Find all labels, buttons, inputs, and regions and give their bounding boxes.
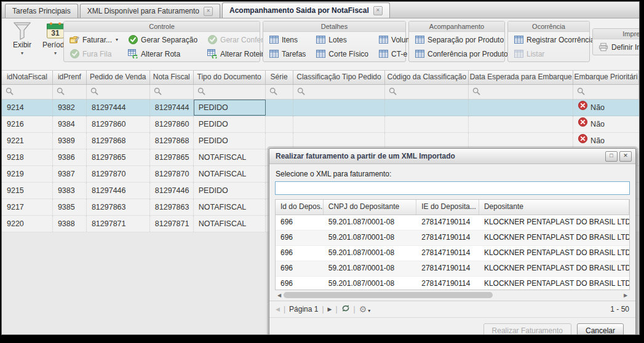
grid-cell[interactable]	[266, 133, 293, 149]
tab-tarefas-principais[interactable]: Tarefas Principais	[5, 4, 78, 18]
grid-cell[interactable]: NOTAFISCAL	[194, 149, 266, 165]
exibir-button[interactable]: Exibir▾	[7, 22, 38, 56]
grid-cell[interactable]: 9214	[2, 100, 53, 116]
grid-cell[interactable]: 9387	[53, 166, 87, 182]
grid-cell[interactable]: 81297444	[87, 100, 150, 116]
xml-grid-cell[interactable]: 278147190114	[416, 215, 479, 230]
xml-grid-cell[interactable]: 696	[276, 231, 324, 245]
tab-close-icon[interactable]: ✕	[373, 6, 383, 15]
grid-cell[interactable]	[293, 133, 386, 149]
grid-cell[interactable]	[266, 100, 293, 116]
xml-grid-cell[interactable]: 59.201.087/0001-08	[324, 261, 416, 276]
column-header-9[interactable]: Embarque Prioritári	[573, 71, 639, 84]
grid-cell[interactable]: 81297868	[87, 133, 150, 149]
grid-cell[interactable]: 9386	[53, 149, 87, 165]
filter-input-2[interactable]	[87, 85, 150, 99]
grid-cell[interactable]: 81297871	[87, 216, 150, 232]
grid-cell[interactable]: PEDIDO	[194, 116, 266, 132]
horizontal-scrollbar[interactable]: ◀ ▶	[275, 291, 630, 299]
scrollbar-thumb[interactable]	[284, 292, 493, 298]
table-row[interactable]: 922193898129786881297868PEDIDONão	[2, 133, 639, 149]
filter-input-9[interactable]	[573, 85, 639, 99]
xml-grid-cell[interactable]: 696	[276, 277, 324, 290]
itens-button[interactable]: Itens	[269, 35, 306, 44]
xml-grid-cell[interactable]: KLOCKNER PENTAPLAST DO BRASIL LTDA	[479, 246, 629, 261]
grid-cell[interactable]: 81297863	[150, 199, 194, 215]
column-header-1[interactable]: idPrenf	[53, 71, 87, 84]
grid-cell[interactable]: NOTAFISCAL	[194, 216, 266, 232]
grid-cell[interactable]: 81297871	[150, 216, 194, 232]
scrollbar-track[interactable]	[284, 292, 621, 298]
list-item[interactable]: 69659.201.087/0001-08278147190114KLOCKNE…	[276, 231, 629, 246]
list-item[interactable]: 69659.201.087/0001-08278147190114KLOCKNE…	[276, 261, 629, 277]
grid-cell[interactable]: 9215	[2, 183, 53, 199]
grid-cell[interactable]: NOTAFISCAL	[194, 199, 266, 215]
xml-grid-cell[interactable]: KLOCKNER PENTAPLAST DO BRASIL LTDA	[479, 261, 629, 276]
filter-input-0[interactable]	[2, 85, 53, 99]
grid-cell[interactable]	[385, 100, 469, 116]
grid-cell[interactable]: 9221	[2, 133, 53, 149]
xml-search-input[interactable]	[275, 181, 630, 195]
tab-close-icon[interactable]: ✕	[204, 7, 213, 16]
grid-cell[interactable]: 81297446	[87, 183, 150, 199]
column-header-2[interactable]: Pedido de Venda	[87, 71, 150, 84]
separacao-por-produto-button[interactable]: Separação por Produto	[415, 35, 508, 44]
xml-grid-cell[interactable]: 59.201.087/0001-08	[324, 246, 416, 261]
grid-cell[interactable]: 81297870	[150, 166, 194, 182]
list-item[interactable]: 69659.201.087/0001-08278147190114KLOCKNE…	[276, 277, 629, 290]
grid-cell[interactable]	[469, 116, 573, 132]
gerar-separacao-button[interactable]: Gerar Separação	[128, 35, 197, 44]
corte-fisico-button[interactable]: Corte Físico	[316, 49, 368, 58]
grid-cell[interactable]: 81297865	[150, 149, 194, 165]
grid-cell[interactable]: PEDIDO	[194, 133, 266, 149]
column-header-8[interactable]: Data Esperada para Embarque	[469, 71, 573, 84]
grid-cell[interactable]: 9384	[53, 116, 87, 132]
xml-column-header-3[interactable]: Depositante	[479, 200, 629, 215]
maximize-icon[interactable]: □	[605, 151, 618, 162]
column-header-5[interactable]: Série	[266, 71, 293, 84]
filter-input-4[interactable]	[194, 85, 266, 99]
list-item[interactable]: 69659.201.087/0001-08278147190114KLOCKNE…	[276, 215, 629, 231]
grid-cell[interactable]: 81297865	[87, 149, 150, 165]
column-header-7[interactable]: Código da Classificação	[385, 71, 469, 84]
grid-cell[interactable]: 9389	[53, 133, 87, 149]
grid-cell[interactable]	[385, 116, 469, 132]
list-item[interactable]: 69659.201.087/0001-08278147190114KLOCKNE…	[276, 246, 629, 261]
xml-column-header-2[interactable]: IE do Deposita...	[416, 200, 479, 215]
grid-cell[interactable]: NOTAFISCAL	[194, 166, 266, 182]
filter-input-6[interactable]	[293, 85, 386, 99]
tarefas-button[interactable]: Tarefas	[269, 49, 306, 58]
conferencia-por-produto-button[interactable]: Conferência por Produto	[415, 49, 508, 58]
grid-cell[interactable]: 81297860	[150, 116, 194, 132]
table-row[interactable]: 921693848129786081297860PEDIDONão	[2, 116, 639, 133]
grid-cell[interactable]: 81297444	[150, 100, 194, 116]
grid-cell[interactable]	[293, 100, 386, 116]
xml-grid-cell[interactable]: 278147190114	[416, 277, 479, 290]
xml-grid-cell[interactable]: 59.201.087/0001-08	[324, 231, 416, 245]
grid-cell[interactable]: 81297868	[150, 133, 194, 149]
filter-input-8[interactable]	[469, 85, 573, 99]
xml-column-header-0[interactable]: Id do Depos...	[276, 200, 324, 215]
dialog-title-bar[interactable]: Realizar faturamento a partir de um XML …	[269, 149, 635, 164]
next-page-icon[interactable]: ▶	[328, 306, 332, 312]
xml-column-header-1[interactable]: CNPJ do Depositante	[324, 200, 416, 215]
xml-grid-cell[interactable]: 696	[276, 261, 324, 276]
xml-grid-cell[interactable]: KLOCKNER PENTAPLAST DO BRASIL LTDA	[479, 231, 629, 245]
column-header-3[interactable]: Nota Fiscal	[150, 71, 194, 84]
definir-imp-button[interactable]: Definir Imp	[598, 42, 639, 52]
settings-gear-icon[interactable]: ⚙▾	[359, 304, 371, 314]
grid-cell[interactable]	[293, 116, 386, 132]
grid-cell[interactable]	[469, 100, 573, 116]
filter-input-3[interactable]	[150, 85, 194, 99]
xml-grid-cell[interactable]: 278147190114	[416, 231, 479, 245]
refresh-icon[interactable]	[341, 304, 350, 314]
grid-cell[interactable]: PEDIDO	[194, 100, 266, 116]
xml-grid-cell[interactable]: 59.201.087/0001-08	[324, 215, 416, 230]
grid-cell[interactable]: 81297870	[87, 166, 150, 182]
grid-cell[interactable]: 9219	[2, 166, 53, 182]
close-icon[interactable]: ✕	[619, 151, 632, 162]
xml-grid-cell[interactable]: KLOCKNER PENTAPLAST DO BRASIL LTDA	[479, 277, 629, 290]
grid-cell[interactable]: 9388	[53, 216, 87, 232]
grid-cell[interactable]: 9217	[2, 199, 53, 215]
cancelar-button[interactable]: Cancelar	[577, 323, 624, 335]
